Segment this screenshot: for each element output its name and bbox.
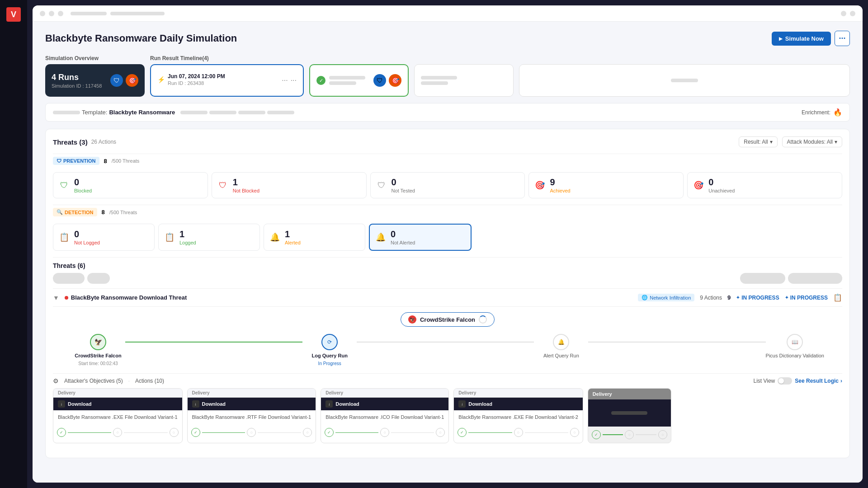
run-card-4[interactable] bbox=[519, 64, 850, 97]
clipboard-icon[interactable]: 📋 bbox=[833, 293, 842, 302]
shield-icon: 🛡 bbox=[110, 74, 123, 87]
action-card-3: Delivery ↓ Download BlackByte Ransomware… bbox=[321, 388, 449, 443]
card-3-header: ↓ Download bbox=[321, 398, 448, 410]
stat-blocked: 🛡 0 Blocked bbox=[53, 172, 208, 198]
top-bar bbox=[33, 5, 863, 22]
mini-node-1a: ✓ bbox=[57, 428, 66, 437]
unachieved-label: Unachieved bbox=[708, 188, 735, 193]
spacer-label-3 bbox=[519, 55, 850, 61]
mini-connector-2a bbox=[202, 432, 245, 433]
card-4-body: BlackByte Ransomware .EXE File Download … bbox=[454, 410, 583, 424]
run-date: Jun 07, 2024 12:00 PM bbox=[168, 73, 225, 80]
pipeline: 🦅 CrowdStrike Falcon Start time: 00:02:4… bbox=[53, 334, 842, 366]
download-icon-2: ↓ bbox=[192, 400, 199, 408]
pipeline-sublabel-2: In Progress bbox=[318, 361, 341, 366]
prevention-label: PREVENTION bbox=[63, 158, 96, 164]
mini-node-2b: ○ bbox=[247, 428, 256, 437]
mini-node-4c: ○ bbox=[570, 428, 579, 437]
mini-connector-5a bbox=[603, 434, 623, 435]
run-bar-2 bbox=[329, 81, 356, 85]
detection-row: 🔍 DETECTION 8 /500 Threats bbox=[53, 205, 842, 219]
expand-icon[interactable]: ▼ bbox=[53, 294, 59, 301]
pipeline-connector-2 bbox=[357, 342, 534, 343]
run-shield-icon: 🛡 bbox=[373, 74, 386, 87]
loading-circle bbox=[479, 315, 487, 324]
threat-actions-count: 9 Actions bbox=[700, 295, 722, 301]
sidebar-logo[interactable]: V bbox=[6, 7, 21, 22]
prevention-shield-icon: 🛡 bbox=[57, 158, 61, 164]
blocked-icon: 🛡 bbox=[58, 179, 71, 192]
pipeline-step-1: 🦅 CrowdStrike Falcon Start time: 00:02:4… bbox=[71, 334, 125, 366]
topbar-dot-close[interactable] bbox=[841, 11, 846, 16]
threats-section: Threats (3) 26 Actions Result: All ▾ Att… bbox=[45, 129, 850, 458]
run-bar-1 bbox=[329, 76, 365, 80]
mini-node-3c: ○ bbox=[436, 428, 445, 437]
topbar-dot-minimize[interactable] bbox=[850, 11, 855, 16]
not-logged-label: Not Logged bbox=[74, 240, 100, 245]
dots-icon-1[interactable]: ··· bbox=[282, 76, 288, 84]
card-1-title: Download bbox=[68, 401, 92, 407]
not-blocked-num: 1 bbox=[233, 177, 259, 188]
more-options-button[interactable]: ··· bbox=[835, 31, 850, 46]
mini-node-1c: ○ bbox=[170, 428, 179, 437]
card-2-header: ↓ Download bbox=[188, 398, 316, 410]
prevention-badge: 🛡 PREVENTION bbox=[53, 157, 99, 165]
template-prefix: Template: bbox=[82, 109, 107, 116]
run-bar-4 bbox=[421, 81, 448, 85]
run-card-actions[interactable]: ··· ··· bbox=[282, 76, 297, 84]
card-4-title: Download bbox=[468, 401, 492, 407]
pipeline-step-3: 🔔 Alert Query Run bbox=[534, 334, 588, 358]
chevron-down-icon: ▾ bbox=[770, 139, 773, 145]
detection-icon: 🔍 bbox=[57, 209, 63, 215]
attack-modules-filter[interactable]: Attack Modules: All ▾ bbox=[782, 136, 842, 147]
template-name: Blackbyte Ransomware bbox=[109, 109, 175, 116]
dots-icon-2[interactable]: ··· bbox=[291, 76, 297, 84]
run-card-3[interactable] bbox=[414, 64, 514, 97]
spacer-label bbox=[309, 55, 409, 61]
detection-count: 8 bbox=[102, 209, 105, 216]
run-result-col: Run Result Timeline(4) ⚡ Jun 07, 2024 12… bbox=[150, 55, 304, 97]
filter-pill-right-2[interactable] bbox=[788, 273, 842, 284]
stat-unachieved: 🎯 0 Unachieved bbox=[687, 172, 842, 198]
run-card-2[interactable]: ✓ 🛡 🎯 bbox=[309, 64, 409, 97]
filter-pill-right-1[interactable] bbox=[740, 273, 785, 284]
simulate-now-button[interactable]: Simulate Now bbox=[772, 32, 831, 46]
crowdstrike-badge: 🦅 CrowdStrike Falcon bbox=[401, 312, 495, 327]
not-alerted-label: Not Alerted bbox=[391, 240, 415, 245]
mini-node-3b: ○ bbox=[380, 428, 389, 437]
crowdstrike-icon: 🦅 bbox=[94, 338, 102, 346]
see-result-text: See Result Logic bbox=[795, 378, 839, 384]
mini-node-5c: ○ bbox=[658, 430, 667, 439]
template-bar: Template: Blackbyte Ransomware Enrichmen… bbox=[45, 103, 850, 122]
threats-title-text: Threats (3) bbox=[53, 138, 88, 146]
pipeline-node-2: ⟳ bbox=[321, 334, 338, 350]
enrichment-icon: 🔥 bbox=[833, 108, 842, 117]
list-view-switch[interactable] bbox=[778, 377, 792, 385]
simulation-overview-col: Simulation Overview 4 Runs Simulation ID… bbox=[45, 55, 145, 97]
threats-header: Threats (3) 26 Actions Result: All ▾ Att… bbox=[53, 136, 842, 147]
network-icon: 🌐 bbox=[642, 295, 648, 300]
template-bar-mid3 bbox=[238, 111, 265, 114]
dictionary-icon: 📖 bbox=[792, 339, 798, 345]
card-5-bar-1 bbox=[611, 411, 647, 415]
pipeline-label-1: CrowdStrike Falcon bbox=[75, 353, 121, 358]
alert-icon: 🔔 bbox=[558, 339, 565, 345]
run-card-1[interactable]: ⚡ Jun 07, 2024 12:00 PM Run ID : 263438 … bbox=[150, 64, 304, 97]
pipeline-step-2: ⟳ Log Query Run In Progress bbox=[302, 334, 357, 366]
result-filter[interactable]: Result: All ▾ bbox=[739, 136, 777, 147]
mini-connector-1a bbox=[68, 432, 111, 433]
threats-list-header: Threats (6) bbox=[53, 257, 842, 273]
threats-filters: Result: All ▾ Attack Modules: All ▾ bbox=[739, 136, 842, 147]
threat-status-dot bbox=[65, 296, 68, 300]
filter-pill-1[interactable] bbox=[53, 273, 85, 284]
not-tested-num: 0 bbox=[392, 177, 415, 188]
logged-num: 1 bbox=[179, 229, 196, 239]
stat-not-alerted: 🔔 0 Not Alerted bbox=[369, 224, 472, 251]
filter-pill-2[interactable] bbox=[87, 273, 110, 284]
stats-spacer bbox=[475, 224, 842, 251]
simulation-id: Simulation ID : 117458 bbox=[52, 83, 102, 89]
crowdstrike-logo: 🦅 bbox=[408, 315, 416, 324]
header-row: Blackbyte Ransomware Daily Simulation Si… bbox=[45, 31, 850, 46]
see-result-link[interactable]: See Result Logic › bbox=[795, 378, 842, 384]
card-4-pipeline: ✓ ○ ○ bbox=[454, 424, 583, 441]
